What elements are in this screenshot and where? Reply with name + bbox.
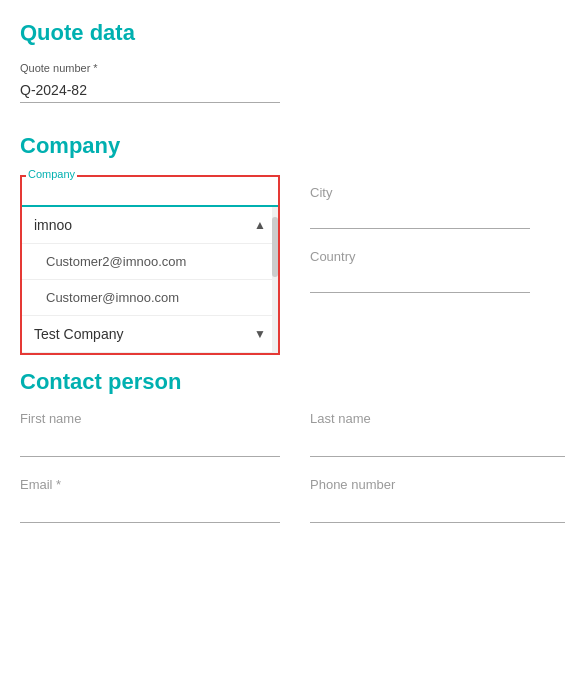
scrollbar-track — [272, 207, 278, 353]
last-name-label: Last name — [310, 411, 565, 426]
company-input-label: Company — [26, 168, 77, 180]
first-name-field: First name — [20, 411, 280, 457]
dropdown-item-label: imnoo — [34, 217, 72, 233]
dropdown-item-testcompany[interactable]: Test Company ▼ — [22, 316, 278, 353]
last-name-input[interactable] — [310, 432, 565, 457]
last-name-field: Last name — [310, 411, 565, 457]
dropdown-sub-label-2: Customer@imnoo.com — [46, 290, 179, 305]
chevron-down-icon: ▼ — [254, 327, 266, 341]
company-input[interactable] — [22, 177, 278, 207]
quote-data-section: Quote data Quote number * — [20, 20, 565, 103]
first-name-input[interactable] — [20, 432, 280, 457]
company-section: Company Company imnoo ▲ Customer2@imnoo.… — [20, 133, 565, 355]
first-name-label: First name — [20, 411, 280, 426]
contact-person-title: Contact person — [20, 369, 565, 395]
country-label: Country — [310, 249, 565, 264]
dropdown-item-customer[interactable]: Customer@imnoo.com — [22, 280, 278, 316]
scrollbar-thumb[interactable] — [272, 217, 278, 277]
quote-data-title: Quote data — [20, 20, 565, 46]
city-label: City — [310, 185, 565, 200]
chevron-up-icon: ▲ — [254, 218, 266, 232]
company-title: Company — [20, 133, 565, 159]
company-right-col: City Country — [310, 175, 565, 313]
email-label: Email * — [20, 477, 280, 492]
contact-email-row: Email * Phone number — [20, 477, 565, 523]
email-input[interactable] — [20, 498, 280, 523]
contact-person-section: Contact person First name Last name Emai… — [20, 369, 565, 523]
company-input-wrapper: Company imnoo ▲ Customer2@imnoo.com Cust… — [20, 175, 280, 355]
dropdown-item-imnoo[interactable]: imnoo ▲ — [22, 207, 278, 244]
country-field: Country — [310, 249, 565, 293]
phone-label: Phone number — [310, 477, 565, 492]
phone-field: Phone number — [310, 477, 565, 523]
phone-input[interactable] — [310, 498, 565, 523]
company-left-col: Company imnoo ▲ Customer2@imnoo.com Cust… — [20, 175, 280, 355]
company-dropdown: imnoo ▲ Customer2@imnoo.com Customer@imn… — [22, 207, 278, 353]
email-field: Email * — [20, 477, 280, 523]
contact-name-row: First name Last name — [20, 411, 565, 457]
country-input[interactable] — [310, 268, 530, 293]
dropdown-sub-label: Customer2@imnoo.com — [46, 254, 186, 269]
city-field: City — [310, 185, 565, 229]
dropdown-item-label-2: Test Company — [34, 326, 123, 342]
quote-number-label: Quote number * — [20, 62, 565, 74]
dropdown-list: imnoo ▲ Customer2@imnoo.com Customer@imn… — [22, 207, 278, 353]
quote-number-input[interactable] — [20, 78, 280, 103]
company-row: Company imnoo ▲ Customer2@imnoo.com Cust… — [20, 175, 565, 355]
dropdown-item-customer2[interactable]: Customer2@imnoo.com — [22, 244, 278, 280]
quote-number-field: Quote number * — [20, 62, 565, 103]
city-input[interactable] — [310, 204, 530, 229]
